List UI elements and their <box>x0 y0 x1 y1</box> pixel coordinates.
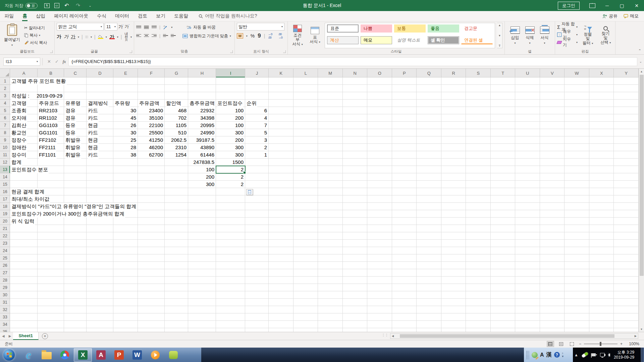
taskbar-clock[interactable]: 오후 3:29 2019-09-29 <box>614 350 634 360</box>
cell-U13[interactable] <box>515 166 540 173</box>
cell-O6[interactable] <box>367 114 392 122</box>
cell-N24[interactable] <box>343 247 368 254</box>
column-header-V[interactable]: V <box>540 69 565 77</box>
cell-style-chip[interactable]: 연결된 셀 <box>461 36 493 44</box>
cell-E10[interactable]: 28 <box>113 144 138 151</box>
cell-I29[interactable] <box>216 284 245 291</box>
cell-W21[interactable] <box>565 225 589 232</box>
select-all-corner[interactable] <box>0 69 10 77</box>
cell-Q13[interactable] <box>417 166 441 173</box>
cell-U32[interactable] <box>515 306 540 313</box>
cell-B11[interactable]: FF1101 <box>38 151 64 159</box>
cell-N5[interactable] <box>343 107 368 114</box>
cell-N25[interactable] <box>343 254 368 262</box>
increase-indent-icon[interactable] <box>171 34 176 38</box>
cell-Y4[interactable] <box>614 100 639 107</box>
cell-K21[interactable] <box>269 225 293 232</box>
cell-H5[interactable]: 22932 <box>188 107 216 114</box>
cell-O23[interactable] <box>367 240 392 247</box>
cell-K6[interactable] <box>269 114 293 122</box>
cell-F4[interactable]: 주유금액 <box>138 100 165 107</box>
cell-F3[interactable] <box>138 92 165 100</box>
taskbar-app-file-explorer[interactable] <box>38 348 56 362</box>
cell-G9[interactable]: 2062.5 <box>165 136 188 144</box>
cell-X10[interactable] <box>589 144 614 151</box>
cell-F19[interactable] <box>138 210 165 218</box>
column-header-H[interactable]: H <box>188 69 216 77</box>
cell-T8[interactable] <box>491 129 516 136</box>
cell-A20[interactable]: 위 식 입력 <box>10 218 38 225</box>
cell-B14[interactable] <box>38 173 64 181</box>
font-dialog-launcher-icon[interactable] <box>129 50 132 53</box>
cell-B23[interactable] <box>38 240 64 247</box>
cell-P9[interactable] <box>392 136 417 144</box>
cell-L30[interactable] <box>293 291 318 299</box>
comments-button[interactable]: 메모 <box>624 13 639 19</box>
cell-A21[interactable] <box>10 225 38 232</box>
cell-V17[interactable] <box>540 195 565 203</box>
autosave-switch-icon[interactable]: 끔 <box>25 3 38 8</box>
zoom-slider[interactable]: − + <box>579 342 623 346</box>
row-header-10[interactable]: 10 <box>0 144 10 151</box>
cell-C11[interactable]: 휘발유 <box>64 151 87 159</box>
cell-G13[interactable] <box>165 166 188 173</box>
cell-N33[interactable] <box>343 313 368 321</box>
cell-Y29[interactable] <box>614 284 639 291</box>
cell-Y15[interactable] <box>614 181 639 188</box>
cell-P1[interactable] <box>392 77 417 85</box>
cell-K2[interactable] <box>269 85 293 92</box>
cell-D35[interactable] <box>87 328 113 332</box>
cell-Y26[interactable] <box>614 262 639 269</box>
cell-L28[interactable] <box>293 277 318 284</box>
cell-K26[interactable] <box>269 262 293 269</box>
cell-T14[interactable] <box>491 173 516 181</box>
cell-B24[interactable] <box>38 247 64 254</box>
cell-O17[interactable] <box>367 195 392 203</box>
cell-T19[interactable] <box>491 210 516 218</box>
cell-Q22[interactable] <box>417 232 441 240</box>
cell-P11[interactable] <box>392 151 417 159</box>
cell-Y22[interactable] <box>614 232 639 240</box>
ribbon-tab-4[interactable]: 수식 <box>93 11 111 21</box>
row-header-6[interactable]: 6 <box>0 114 10 122</box>
cell-A35[interactable] <box>10 328 38 332</box>
cell-J22[interactable] <box>245 232 269 240</box>
cell-L4[interactable] <box>293 100 318 107</box>
cell-H13[interactable]: 100 <box>188 166 216 173</box>
cell-A7[interactable]: 김희산 <box>10 122 38 129</box>
italic-button[interactable]: 가 <box>64 34 68 40</box>
cell-Y13[interactable] <box>614 166 639 173</box>
cell-K11[interactable] <box>269 151 293 159</box>
cell-L23[interactable] <box>293 240 318 247</box>
cell-B20[interactable] <box>38 218 64 225</box>
ime-hanja-icon[interactable]: 漢 <box>546 351 552 358</box>
phonetic-button[interactable]: 내천川 <box>124 32 128 42</box>
cell-D24[interactable] <box>87 247 113 254</box>
cell-J32[interactable] <box>245 306 269 313</box>
cell-K32[interactable] <box>269 306 293 313</box>
cell-K28[interactable] <box>269 277 293 284</box>
cell-U21[interactable] <box>515 225 540 232</box>
cell-W29[interactable] <box>565 284 589 291</box>
cell-H10[interactable]: 43890 <box>188 144 216 151</box>
ribbon-tab-0[interactable]: 파일 <box>0 11 18 21</box>
cell-R22[interactable] <box>441 232 466 240</box>
cell-W10[interactable] <box>565 144 589 151</box>
cell-C23[interactable] <box>64 240 87 247</box>
cell-Y14[interactable] <box>614 173 639 181</box>
cell-J27[interactable] <box>245 269 269 277</box>
cell-P12[interactable] <box>392 159 417 166</box>
cell-J21[interactable] <box>245 225 269 232</box>
cell-B31[interactable] <box>38 299 64 306</box>
decrease-font-icon[interactable]: 가ˇ <box>125 24 130 29</box>
cell-U35[interactable] <box>515 328 540 332</box>
cell-R18[interactable] <box>441 203 466 210</box>
show-hidden-icons[interactable]: ▲ <box>574 353 578 357</box>
cell-A2[interactable] <box>10 85 38 92</box>
cell-N22[interactable] <box>343 232 368 240</box>
clipboard-dialog-launcher-icon[interactable] <box>50 50 53 53</box>
cell-I24[interactable] <box>216 247 245 254</box>
cell-M12[interactable] <box>318 159 343 166</box>
language-bar-grip[interactable] <box>526 351 529 359</box>
number-dialog-launcher-icon[interactable] <box>283 50 286 53</box>
